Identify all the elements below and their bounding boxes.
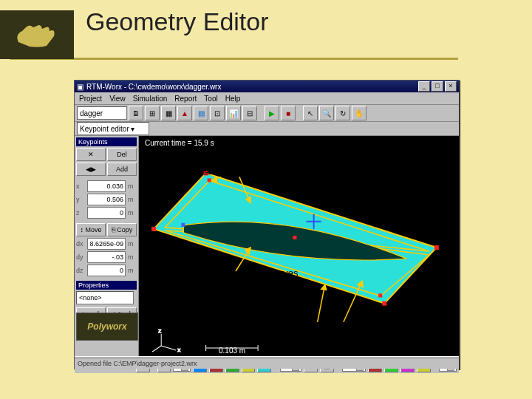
dx-input[interactable]: 8.6265e-09 [87, 238, 126, 250]
svg-rect-9 [293, 236, 296, 239]
statusbar: Opened file C:\EMP\dagger-project2.wrx [75, 358, 459, 369]
menu-view[interactable]: View [109, 95, 126, 103]
svg-text:x: x [177, 347, 180, 353]
svg-rect-7 [208, 178, 211, 182]
minimize-button[interactable]: _ [418, 81, 430, 92]
tool-icon[interactable]: 📊 [226, 106, 241, 120]
titlebar: ▣ RTM-Worx - C:\cwdemo\worx\dagger.wrx _… [75, 81, 459, 92]
svg-line-25 [152, 346, 161, 352]
tool-icon[interactable]: ■ [281, 106, 296, 120]
slide-accent [0, 10, 74, 59]
tool-icon[interactable]: ▲ [177, 106, 192, 120]
svg-line-23 [161, 346, 176, 350]
scalebar-label: 0.103 m [219, 347, 245, 355]
divider [10, 59, 74, 60]
tool-icon[interactable]: ⊟ [242, 106, 257, 120]
dz-input[interactable]: 0 [87, 265, 126, 276]
maximize-button[interactable]: □ [432, 81, 443, 92]
svg-rect-3 [151, 227, 156, 231]
annotation-surfaces: Create surfaces by loops of curves [168, 315, 316, 326]
app-icon: ▣ [77, 83, 83, 91]
pan-icon[interactable]: ✋ [352, 106, 366, 120]
tool-icon[interactable]: ▶ [265, 106, 279, 120]
svg-rect-10 [181, 223, 185, 227]
app-window: ▣ RTM-Worx - C:\cwdemo\worx\dagger.wrx _… [74, 80, 460, 369]
mode-bar: Keypoint editor ▾ [75, 122, 459, 136]
project-name-input[interactable]: dagger [77, 106, 127, 120]
menu-report[interactable]: Report [174, 95, 197, 103]
page-title: Geometry Editor [86, 7, 269, 36]
window-title: RTM-Worx - C:\cwdemo\worx\dagger.wrx [86, 83, 221, 91]
close-button[interactable]: × [445, 81, 457, 92]
mode-select[interactable]: Keypoint editor ▾ [77, 122, 149, 135]
nav-button[interactable]: ◀▶ [76, 163, 106, 176]
tool-icon[interactable]: ⊞ [145, 106, 160, 120]
del-button[interactable]: Del [107, 148, 137, 161]
y-input[interactable]: 0.506 [87, 194, 126, 205]
svg-rect-5 [434, 245, 439, 250]
dx-field: dx 8.6265e-09 m [76, 238, 137, 250]
sidebar-section-keypoints: Keypoints [76, 137, 137, 146]
dy-field: dy -.03 m [76, 251, 137, 263]
svg-rect-8 [378, 293, 382, 297]
tool-icon[interactable]: ▤ [194, 106, 208, 120]
viewport-3d[interactable]: Current time = 15.9 s [139, 136, 459, 356]
status-text: Opened file C:\EMP\dagger-project2.wrx [78, 360, 197, 367]
z-input[interactable]: 0 [87, 207, 126, 219]
menubar: Project View Simulation Report Tool Help [75, 92, 459, 105]
dz-field: dz 0 m [76, 265, 137, 276]
menu-project[interactable]: Project [79, 95, 102, 103]
svg-marker-20 [321, 284, 327, 290]
tool-icon[interactable]: ▦ [161, 106, 176, 120]
menu-tool[interactable]: Tool [204, 95, 217, 103]
property-select[interactable]: <none> [76, 291, 134, 304]
tool-icon[interactable]: 🗎 [129, 106, 143, 120]
copy-button[interactable]: ⎘ Copy [107, 223, 137, 236]
menu-help[interactable]: Help [225, 95, 241, 103]
move-button[interactable]: ↕ Move [76, 223, 106, 236]
dy-input[interactable]: -.03 [87, 251, 126, 263]
x-input[interactable]: 0.036 [87, 180, 126, 192]
add-button[interactable]: Add [107, 163, 137, 176]
toolbar: dagger 🗎 ⊞ ▦ ▲ ▤ ⊡ 📊 ⊟ ▶ ■ ↖ 🔍 ↻ ✋ [75, 105, 459, 122]
tool-icon[interactable]: ⊡ [210, 106, 225, 120]
annotation-curves: Connect keypoints with curves [168, 267, 299, 279]
sidebar-section-properties: Properties [76, 281, 137, 290]
svg-text:z: z [158, 327, 161, 334]
divider [74, 58, 458, 60]
hand-logo-icon [11, 20, 63, 50]
svg-rect-6 [382, 301, 386, 306]
pointer-icon[interactable]: ↖ [303, 106, 318, 120]
delete-keypoint-button[interactable]: ✕ [76, 148, 106, 161]
menu-simulation[interactable]: Simulation [133, 95, 168, 103]
svg-line-19 [318, 284, 325, 321]
y-field: y 0.506 m [76, 194, 137, 205]
annotation-keypoints: Define corners and gates using keypoints [168, 164, 344, 175]
x-field: x 0.036 m [76, 180, 137, 192]
rotate-icon[interactable]: ↻ [335, 106, 350, 120]
polyworx-logo: Polyworx [76, 313, 138, 341]
zoom-icon[interactable]: 🔍 [319, 106, 334, 120]
z-field: z 0 m [76, 207, 137, 219]
